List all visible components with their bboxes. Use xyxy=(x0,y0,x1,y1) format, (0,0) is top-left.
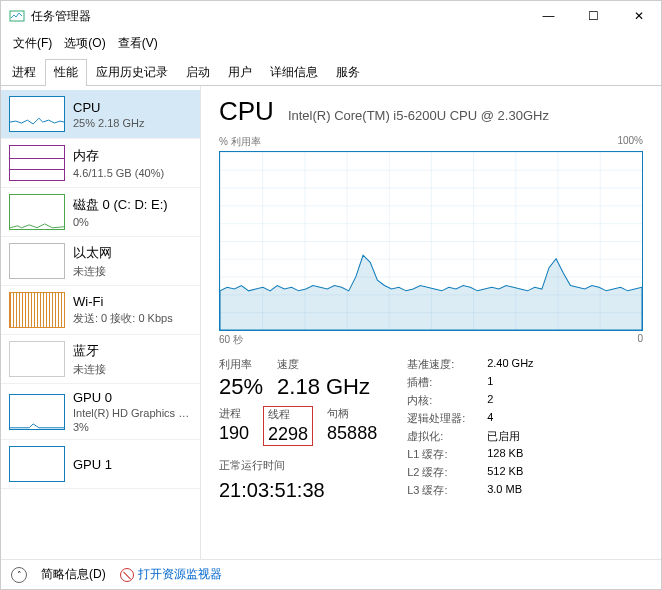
menu-file[interactable]: 文件(F) xyxy=(9,33,56,54)
value-l2: 512 KB xyxy=(487,465,523,480)
label-utilization: 利用率 xyxy=(219,357,263,372)
close-button[interactable]: ✕ xyxy=(616,1,661,31)
value-basefreq: 2.40 GHz xyxy=(487,357,533,372)
sidebar-item-sub: 0% xyxy=(73,216,168,228)
value-speed: 2.18 GHz xyxy=(277,374,370,400)
chart-label-top-left: % 利用率 xyxy=(219,135,261,149)
cpu-specs: 基准速度:2.40 GHz 插槽:1 内核:2 逻辑处理器:4 虚拟化:已启用 … xyxy=(407,357,533,502)
sidebar-item-sub: 25% 2.18 GHz xyxy=(73,117,145,129)
sidebar-item-disk[interactable]: 磁盘 0 (C: D: E:) 0% xyxy=(1,188,200,237)
minimize-button[interactable]: — xyxy=(526,1,571,31)
gpu1-thumb-icon xyxy=(9,446,65,482)
label-handles: 句柄 xyxy=(327,406,377,421)
label-lps: 逻辑处理器: xyxy=(407,411,487,426)
chart-label-bottom-right: 0 xyxy=(637,333,643,347)
menu-view[interactable]: 查看(V) xyxy=(114,33,162,54)
sidebar-item-sub: 4.6/11.5 GB (40%) xyxy=(73,167,164,179)
sidebar-item-cpu[interactable]: CPU 25% 2.18 GHz xyxy=(1,90,200,139)
bluetooth-thumb-icon xyxy=(9,341,65,377)
tab-processes[interactable]: 进程 xyxy=(3,59,45,86)
sidebar-item-ethernet[interactable]: 以太网 未连接 xyxy=(1,237,200,286)
resmon-icon xyxy=(120,568,134,582)
sidebar-item-gpu1[interactable]: GPU 1 xyxy=(1,440,200,489)
cpu-chart xyxy=(219,151,643,331)
value-handles: 85888 xyxy=(327,423,377,444)
label-virtualization: 虚拟化: xyxy=(407,429,487,444)
fewer-details-link[interactable]: 简略信息(D) xyxy=(41,566,106,583)
value-cores: 2 xyxy=(487,393,493,408)
label-cores: 内核: xyxy=(407,393,487,408)
threads-highlight: 线程 2298 xyxy=(263,406,313,446)
sidebar-item-label: Wi-Fi xyxy=(73,294,173,309)
wifi-thumb-icon xyxy=(9,292,65,328)
sidebar-item-sub2: 3% xyxy=(73,421,192,433)
disk-thumb-icon xyxy=(9,194,65,230)
gpu0-thumb-icon xyxy=(9,394,65,430)
value-virtualization: 已启用 xyxy=(487,429,520,444)
sidebar-item-label: CPU xyxy=(73,100,145,115)
label-speed: 速度 xyxy=(277,357,370,372)
label-l2: L2 缓存: xyxy=(407,465,487,480)
sidebar-item-label: GPU 0 xyxy=(73,390,192,405)
tab-users[interactable]: 用户 xyxy=(219,59,261,86)
sidebar-item-label: GPU 1 xyxy=(73,457,112,472)
value-processes: 190 xyxy=(219,423,249,444)
sidebar-item-memory[interactable]: 内存 4.6/11.5 GB (40%) xyxy=(1,139,200,188)
tab-details[interactable]: 详细信息 xyxy=(261,59,327,86)
main-panel: CPU Intel(R) Core(TM) i5-6200U CPU @ 2.3… xyxy=(201,86,661,559)
label-basefreq: 基准速度: xyxy=(407,357,487,372)
sidebar-item-wifi[interactable]: Wi-Fi 发送: 0 接收: 0 Kbps xyxy=(1,286,200,335)
label-uptime: 正常运行时间 xyxy=(219,458,377,473)
open-resmon-link[interactable]: 打开资源监视器 xyxy=(120,566,222,583)
chevron-up-icon[interactable]: ˄ xyxy=(11,567,27,583)
sidebar-item-sub: Intel(R) HD Graphics 520 xyxy=(73,407,192,419)
sidebar-item-label: 蓝牙 xyxy=(73,342,106,360)
tab-startup[interactable]: 启动 xyxy=(177,59,219,86)
maximize-button[interactable]: ☐ xyxy=(571,1,616,31)
ethernet-thumb-icon xyxy=(9,243,65,279)
label-l3: L3 缓存: xyxy=(407,483,487,498)
sidebar-item-bluetooth[interactable]: 蓝牙 未连接 xyxy=(1,335,200,384)
sidebar-item-sub: 未连接 xyxy=(73,264,112,279)
memory-thumb-icon xyxy=(9,145,65,181)
value-sockets: 1 xyxy=(487,375,493,390)
label-threads: 线程 xyxy=(268,407,308,422)
sidebar-item-gpu0[interactable]: GPU 0 Intel(R) HD Graphics 520 3% xyxy=(1,384,200,440)
page-title: CPU xyxy=(219,96,274,127)
app-icon xyxy=(9,8,25,24)
value-utilization: 25% xyxy=(219,374,263,400)
sidebar-item-label: 磁盘 0 (C: D: E:) xyxy=(73,196,168,214)
label-l1: L1 缓存: xyxy=(407,447,487,462)
chart-label-top-right: 100% xyxy=(617,135,643,149)
tab-services[interactable]: 服务 xyxy=(327,59,369,86)
tab-performance[interactable]: 性能 xyxy=(45,59,87,86)
label-sockets: 插槽: xyxy=(407,375,487,390)
menubar: 文件(F) 选项(O) 查看(V) xyxy=(1,31,661,58)
value-l3: 3.0 MB xyxy=(487,483,522,498)
tab-app-history[interactable]: 应用历史记录 xyxy=(87,59,177,86)
chart-label-bottom-left: 60 秒 xyxy=(219,333,243,347)
value-lps: 4 xyxy=(487,411,493,426)
footer: ˄ 简略信息(D) 打开资源监视器 xyxy=(1,559,661,589)
sidebar-item-label: 内存 xyxy=(73,147,164,165)
sidebar-item-sub: 未连接 xyxy=(73,362,106,377)
sidebar-item-sub: 发送: 0 接收: 0 Kbps xyxy=(73,311,173,326)
window-title: 任务管理器 xyxy=(31,8,526,25)
titlebar: 任务管理器 — ☐ ✕ xyxy=(1,1,661,31)
body: CPU 25% 2.18 GHz 内存 4.6/11.5 GB (40%) 磁盘… xyxy=(1,86,661,559)
tabs: 进程 性能 应用历史记录 启动 用户 详细信息 服务 xyxy=(1,58,661,86)
sidebar-item-label: 以太网 xyxy=(73,244,112,262)
value-l1: 128 KB xyxy=(487,447,523,462)
cpu-thumb-icon xyxy=(9,96,65,132)
value-threads: 2298 xyxy=(268,424,308,445)
label-processes: 进程 xyxy=(219,406,249,421)
menu-options[interactable]: 选项(O) xyxy=(60,33,109,54)
cpu-model: Intel(R) Core(TM) i5-6200U CPU @ 2.30GHz xyxy=(288,108,549,123)
value-uptime: 21:03:51:38 xyxy=(219,479,377,502)
sidebar: CPU 25% 2.18 GHz 内存 4.6/11.5 GB (40%) 磁盘… xyxy=(1,86,201,559)
